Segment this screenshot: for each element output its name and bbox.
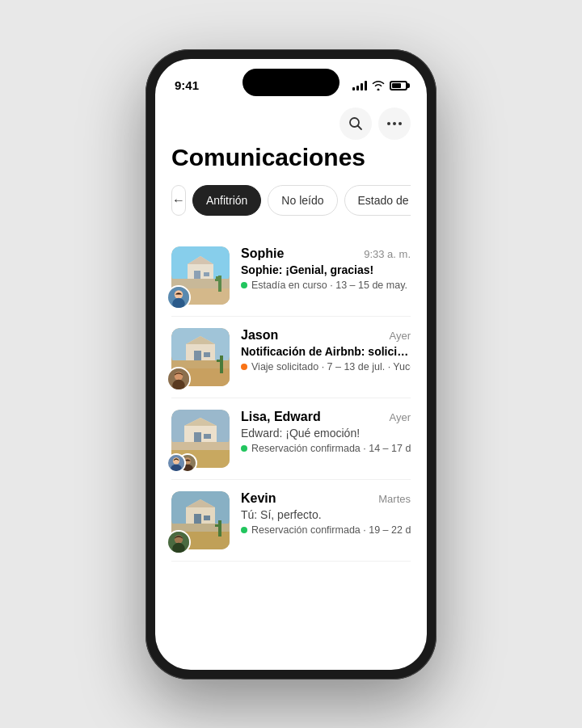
dynamic-island <box>242 69 340 96</box>
svg-rect-52 <box>204 515 210 520</box>
convo-message-lisa-edward: Edward: ¡Qué emoción! <box>241 427 411 440</box>
svg-rect-38 <box>204 434 211 439</box>
convo-time-lisa-edward: Ayer <box>390 411 411 423</box>
convo-meta-sophie: Estadía en curso · 13 – 15 de may. · Yuc… <box>241 280 411 291</box>
avatar-jason <box>167 367 191 391</box>
conversation-item-jason[interactable]: Jason Ayer Notificación de Airbnb: solic… <box>171 317 411 398</box>
convo-header-kevin: Kevin Martes <box>241 491 411 506</box>
svg-rect-15 <box>216 276 218 280</box>
svg-rect-25 <box>204 352 210 357</box>
convo-time-sophie: 9:33 a. m. <box>364 248 411 260</box>
svg-rect-13 <box>218 276 221 292</box>
svg-rect-10 <box>194 271 200 279</box>
svg-rect-55 <box>215 524 221 527</box>
convo-details-sophie: Sophie 9:33 a. m. Sophie: ¡Genial, graci… <box>241 246 411 291</box>
svg-point-3 <box>393 122 396 125</box>
tab-anfitrion[interactable]: Anfitrión <box>192 185 261 216</box>
status-dot-orange <box>241 364 247 370</box>
filter-tabs: ← Anfitrión No leído Estado de la reserv… <box>171 185 411 219</box>
convo-name-kevin: Kevin <box>241 491 276 506</box>
convo-details-lisa-edward: Lisa, Edward Ayer Edward: ¡Qué emoción! … <box>241 410 411 454</box>
convo-header-sophie: Sophie 9:33 a. m. <box>241 246 411 261</box>
page-title: Comunicaciones <box>171 143 411 172</box>
svg-rect-54 <box>218 520 221 537</box>
thumbnail-sophie <box>171 246 230 305</box>
convo-meta-kevin: Reservación confirmada · 19 – 22 de may.… <box>241 524 411 536</box>
conversation-item-lisa-edward[interactable]: Lisa, Edward Ayer Edward: ¡Qué emoción! … <box>171 398 411 480</box>
svg-rect-28 <box>217 360 223 362</box>
thumbnail-jason <box>171 328 230 386</box>
thumbnail-kevin <box>171 491 230 549</box>
status-icons <box>352 81 407 90</box>
convo-message-sophie: Sophie: ¡Genial, gracias! <box>241 263 411 276</box>
phone-frame: 9:41 <box>146 49 436 680</box>
wifi-icon <box>372 81 385 90</box>
svg-rect-27 <box>220 356 223 373</box>
conversation-item-kevin[interactable]: Kevin Martes Tú: Sí, perfecto. Reservaci… <box>171 480 411 562</box>
convo-header-jason: Jason Ayer <box>241 328 411 343</box>
convo-meta-jason: Viaje solicitado · 7 – 13 de jul. · Yucc… <box>241 361 411 372</box>
svg-point-2 <box>387 122 390 125</box>
convo-message-kevin: Tú: Sí, perfecto. <box>241 508 411 521</box>
svg-rect-37 <box>194 432 201 442</box>
convo-details-jason: Jason Ayer Notificación de Airbnb: solic… <box>241 328 411 372</box>
conversation-list: Sophie 9:33 a. m. Sophie: ¡Genial, graci… <box>171 235 411 562</box>
convo-name-jason: Jason <box>241 328 278 343</box>
status-dot-green-2 <box>241 445 247 452</box>
status-dot-green-3 <box>241 527 247 533</box>
more-button[interactable] <box>378 107 411 140</box>
svg-rect-11 <box>204 272 209 276</box>
main-content: Comunicaciones ← Anfitrión No leído Esta… <box>155 101 427 670</box>
status-time: 9:41 <box>175 78 199 92</box>
signal-icon <box>352 81 367 90</box>
svg-rect-24 <box>194 351 201 360</box>
conversation-item-sophie[interactable]: Sophie 9:33 a. m. Sophie: ¡Genial, graci… <box>171 235 411 317</box>
avatar-sophie <box>167 285 191 309</box>
convo-name-sophie: Sophie <box>241 246 284 261</box>
convo-time-jason: Ayer <box>390 330 411 342</box>
convo-name-lisa-edward: Lisa, Edward <box>241 410 321 424</box>
convo-meta-lisa-edward: Reservación confirmada · 14 – 17 de ago.… <box>241 443 411 454</box>
svg-line-1 <box>358 125 362 129</box>
header-actions <box>171 101 411 143</box>
convo-message-jason: Notificación de Airbnb: solicitud d... <box>241 345 411 358</box>
tab-estado[interactable]: Estado de la reservación <box>344 185 411 216</box>
search-button[interactable] <box>340 107 372 140</box>
svg-point-4 <box>399 122 402 125</box>
battery-icon <box>390 81 407 90</box>
convo-time-kevin: Martes <box>378 493 411 505</box>
tab-no-leido[interactable]: No leído <box>268 185 337 216</box>
back-button[interactable]: ← <box>171 185 186 216</box>
status-dot-green <box>241 282 247 288</box>
avatar-kevin <box>167 530 191 554</box>
convo-details-kevin: Kevin Martes Tú: Sí, perfecto. Reservaci… <box>241 491 411 536</box>
convo-header-lisa-edward: Lisa, Edward Ayer <box>241 410 411 424</box>
svg-rect-51 <box>194 514 201 524</box>
thumbnail-lisa-edward <box>171 410 230 468</box>
phone-screen: 9:41 <box>155 59 427 670</box>
